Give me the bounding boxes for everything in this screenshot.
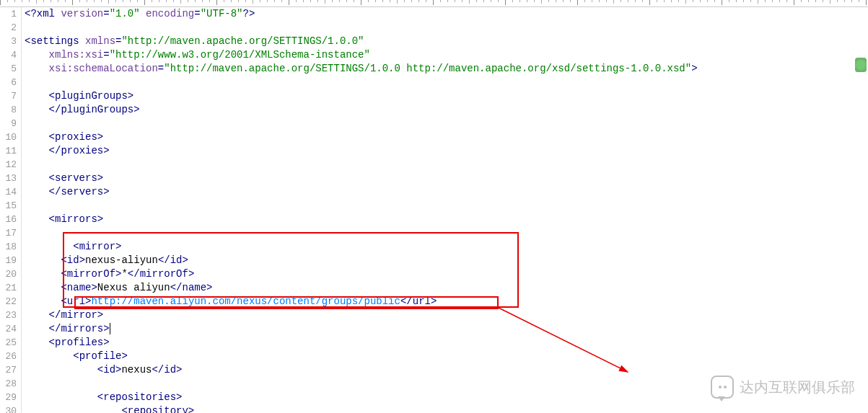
line-number: 8	[0, 103, 21, 117]
code-line[interactable]	[25, 21, 868, 35]
line-number: 22	[0, 295, 21, 308]
code-line[interactable]: </pluginGroups>	[25, 103, 868, 117]
line-number-gutter: 1234567891011121314151617181920212223242…	[0, 7, 22, 413]
horizontal-ruler	[0, 0, 868, 7]
line-number: 2	[0, 21, 21, 35]
line-number: 18	[0, 240, 21, 254]
code-line[interactable]: </servers>	[25, 185, 868, 199]
code-line[interactable]: <servers>	[25, 172, 868, 185]
code-line[interactable]: <mirrors>	[25, 213, 868, 226]
line-number: 25	[0, 336, 21, 350]
code-line[interactable]: <name>Nexus aliyun</name>	[25, 281, 868, 295]
code-line[interactable]: <settings xmlns="http://maven.apache.org…	[25, 35, 868, 48]
code-line[interactable]: xsi:schemaLocation="http://maven.apache.…	[25, 62, 868, 76]
line-number: 29	[0, 391, 21, 404]
line-number: 10	[0, 130, 21, 144]
line-number: 4	[0, 48, 21, 62]
line-number: 7	[0, 89, 21, 103]
line-number: 11	[0, 144, 21, 158]
line-number: 9	[0, 117, 21, 130]
code-line[interactable]: <url>http://maven.aliyun.com/nexus/conte…	[25, 295, 868, 308]
code-line[interactable]: </mirrors>	[25, 322, 868, 336]
code-line[interactable]: <pluginGroups>	[25, 89, 868, 103]
code-line[interactable]: <repositories>	[25, 391, 868, 404]
code-editor[interactable]: 1234567891011121314151617181920212223242…	[0, 7, 868, 413]
code-line[interactable]	[25, 158, 868, 172]
line-number: 30	[0, 404, 21, 413]
line-number: 19	[0, 254, 21, 267]
code-line[interactable]	[25, 226, 868, 240]
code-line[interactable]: <proxies>	[25, 130, 868, 144]
line-number: 3	[0, 35, 21, 48]
code-line[interactable]: <profile>	[25, 350, 868, 363]
code-area[interactable]: <?xml version="1.0" encoding="UTF-8"?><s…	[22, 7, 868, 413]
code-line[interactable]	[25, 199, 868, 213]
code-line[interactable]: <mirrorOf>*</mirrorOf>	[25, 267, 868, 281]
line-number: 20	[0, 267, 21, 281]
line-number: 28	[0, 377, 21, 391]
code-line[interactable]	[25, 377, 868, 391]
line-number: 12	[0, 158, 21, 172]
text-caret	[110, 323, 110, 334]
line-number: 15	[0, 199, 21, 213]
code-line[interactable]: </mirror>	[25, 308, 868, 322]
code-line[interactable]	[25, 117, 868, 130]
line-number: 5	[0, 62, 21, 76]
line-number: 23	[0, 308, 21, 322]
code-line[interactable]	[25, 76, 868, 89]
code-line[interactable]: </proxies>	[25, 144, 868, 158]
line-number: 27	[0, 363, 21, 377]
line-number: 16	[0, 213, 21, 226]
code-line[interactable]: <id>nexus-aliyun</id>	[25, 254, 868, 267]
line-number: 13	[0, 172, 21, 185]
line-number: 17	[0, 226, 21, 240]
line-number: 24	[0, 322, 21, 336]
line-number: 6	[0, 76, 21, 89]
line-number: 1	[0, 7, 21, 21]
code-line[interactable]: <id>nexus</id>	[25, 363, 868, 377]
scroll-marker-icon	[855, 58, 867, 72]
code-line[interactable]: xmlns:xsi="http://www.w3.org/2001/XMLSch…	[25, 48, 868, 62]
code-line[interactable]: <profiles>	[25, 336, 868, 350]
code-line[interactable]: <repository>	[25, 404, 868, 413]
code-line[interactable]: <mirror>	[25, 240, 868, 254]
line-number: 26	[0, 350, 21, 363]
line-number: 14	[0, 185, 21, 199]
code-line[interactable]: <?xml version="1.0" encoding="UTF-8"?>	[25, 7, 868, 21]
line-number: 21	[0, 281, 21, 295]
